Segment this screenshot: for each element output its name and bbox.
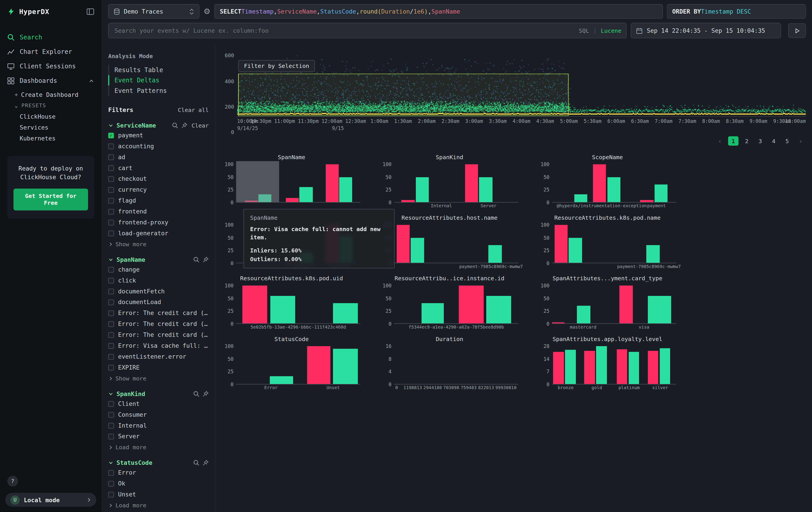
bar-inlier[interactable]: [411, 238, 424, 263]
order-by-input[interactable]: ORDER BY Timestamp DESC: [667, 4, 806, 19]
bar-outlier[interactable]: [459, 286, 484, 323]
bar-outlier[interactable]: [307, 346, 330, 384]
filter-option-ad[interactable]: ad: [108, 152, 209, 162]
checkbox[interactable]: [108, 219, 114, 225]
pin-icon[interactable]: [203, 391, 209, 397]
filter-option-documentfetch[interactable]: documentFetch: [108, 287, 209, 296]
sidebar-item-client-sessions[interactable]: Client Sessions: [0, 59, 102, 74]
filter-option-currency[interactable]: currency: [108, 185, 209, 194]
checkbox[interactable]: ✓: [108, 132, 114, 138]
bar-inlier[interactable]: [629, 352, 639, 384]
filter-show-more-button[interactable]: Show more: [108, 375, 209, 382]
bar-inlier[interactable]: [596, 346, 607, 384]
bar-inlier[interactable]: [416, 177, 429, 202]
clear-all-filters-button[interactable]: Clear all: [178, 106, 209, 113]
source-settings-gear-icon[interactable]: ⚙: [203, 7, 210, 16]
checkbox[interactable]: [108, 154, 114, 160]
pagination-page-4[interactable]: 4: [768, 136, 779, 145]
bar-inlier[interactable]: [339, 177, 352, 202]
bar-inlier[interactable]: [486, 296, 511, 323]
pagination-page-3[interactable]: 3: [755, 136, 765, 145]
checkbox[interactable]: [108, 481, 114, 486]
analysis-mode-results-table[interactable]: Results Table: [108, 65, 209, 75]
filter-option-error-the-credit-card-[interactable]: Error: The credit card (…: [108, 308, 209, 318]
filter-option-change[interactable]: change: [108, 265, 209, 274]
checkbox[interactable]: [108, 321, 114, 327]
filter-search-icon[interactable]: [193, 391, 199, 397]
bar-inlier[interactable]: [489, 245, 502, 263]
bar-outlier[interactable]: [553, 352, 563, 384]
sidebar-item-search[interactable]: Search: [0, 30, 102, 45]
bar-inlier[interactable]: [569, 238, 582, 263]
bar-inlier[interactable]: [577, 306, 590, 323]
filter-option-flagd[interactable]: flagd: [108, 196, 209, 205]
filter-by-selection-button[interactable]: Filter by Selection: [238, 60, 315, 72]
checkbox[interactable]: [108, 401, 114, 407]
sidebar-item-chart-explorer[interactable]: Chart Explorer: [0, 45, 102, 59]
filter-option-consumer[interactable]: Consumer: [108, 410, 209, 419]
filter-option-expire[interactable]: EXPIRE: [108, 363, 209, 372]
filter-option-error-the-credit-card-[interactable]: Error: The credit card (…: [108, 330, 209, 340]
checkbox[interactable]: [108, 165, 114, 171]
checkbox[interactable]: [108, 267, 114, 272]
select-expression-input[interactable]: SELECT Timestamp, ServiceName, StatusCod…: [214, 4, 663, 19]
checkbox[interactable]: [108, 187, 114, 193]
bar-outlier[interactable]: [593, 164, 606, 202]
filter-option-payment[interactable]: ✓payment: [108, 131, 209, 140]
filter-option-documentload[interactable]: documentLoad: [108, 297, 209, 307]
bar-inlier[interactable]: [333, 349, 358, 384]
checkbox[interactable]: [108, 365, 114, 371]
checkbox[interactable]: [108, 412, 114, 417]
language-sql-toggle[interactable]: SQL: [579, 27, 589, 34]
pagination-page-5[interactable]: 5: [782, 136, 792, 145]
pagination-page-1[interactable]: 1: [728, 136, 738, 145]
pagination-page-2[interactable]: 2: [742, 136, 752, 145]
local-mode-pill[interactable]: U Local mode: [5, 493, 96, 507]
filter-option-accounting[interactable]: accounting: [108, 141, 209, 151]
sidebar-subitem-presets[interactable]: ⌄PRESETS: [14, 100, 102, 111]
checkbox[interactable]: [108, 209, 114, 214]
bar-inlier[interactable]: [648, 296, 671, 323]
bar-outlier[interactable]: [616, 349, 627, 384]
bar-inlier[interactable]: [646, 245, 660, 263]
filter-group-header[interactable]: ServiceNameClear: [108, 122, 209, 129]
checkbox[interactable]: [108, 310, 114, 316]
filter-option-error-the-credit-card-[interactable]: Error: The credit card (…: [108, 319, 209, 329]
bar-outlier[interactable]: [584, 351, 595, 384]
bar-outlier[interactable]: [402, 200, 415, 202]
sidebar-subitem-kubernetes[interactable]: Kubernetes: [14, 133, 102, 143]
search-input[interactable]: [113, 26, 575, 35]
checkbox[interactable]: [108, 176, 114, 182]
filter-load-more-button[interactable]: Load more: [108, 444, 209, 451]
help-button[interactable]: ?: [7, 476, 18, 487]
run-query-button[interactable]: [788, 23, 806, 38]
filter-search-icon[interactable]: [172, 122, 178, 129]
checkbox[interactable]: [108, 288, 114, 294]
filter-option-internal[interactable]: Internal: [108, 421, 209, 430]
pin-icon[interactable]: [203, 257, 209, 263]
app-logo[interactable]: HyperDX: [7, 7, 49, 16]
pin-icon[interactable]: [203, 460, 209, 466]
filter-option-frontend[interactable]: frontend: [108, 207, 209, 216]
bar-outlier[interactable]: [397, 225, 410, 263]
bar-inlier[interactable]: [655, 185, 668, 202]
bar-outlier[interactable]: [640, 200, 654, 202]
checkbox[interactable]: [108, 470, 114, 476]
sidebar-item-dashboards[interactable]: Dashboards: [0, 74, 102, 88]
checkbox[interactable]: [108, 198, 114, 204]
bar-inlier[interactable]: [479, 177, 492, 202]
filter-search-icon[interactable]: [193, 460, 199, 466]
bar-inlier[interactable]: [299, 187, 313, 202]
filter-group-header[interactable]: StatusCode: [108, 459, 209, 466]
filter-option-load-generator[interactable]: load-generator: [108, 228, 209, 238]
get-started-button[interactable]: Get Started for Free: [13, 188, 88, 210]
filter-option-ok[interactable]: Ok: [108, 479, 209, 488]
bar-outlier[interactable]: [552, 322, 564, 323]
bar-outlier[interactable]: [465, 164, 478, 202]
bar-inlier[interactable]: [607, 177, 620, 202]
pagination-next[interactable]: ›: [795, 136, 806, 145]
checkbox[interactable]: [108, 277, 114, 284]
filter-option-checkout[interactable]: checkout: [108, 174, 209, 183]
checkbox[interactable]: [108, 423, 114, 428]
bar-inlier[interactable]: [333, 303, 358, 323]
